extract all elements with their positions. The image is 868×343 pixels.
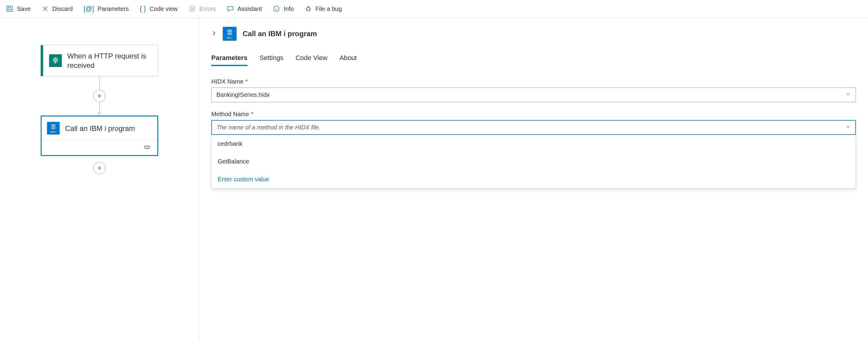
assistant-button[interactable]: Assistant — [227, 5, 262, 12]
action-node[interactable]: IBM i Call an IBM i program — [41, 116, 158, 156]
hidxname-value: BankingISeries.hidx — [216, 91, 270, 98]
methodname-dropdown: cedrbank GetBalance Enter custom value — [211, 135, 856, 189]
codeview-button[interactable]: { } Code view — [140, 5, 178, 13]
required-mark: * — [251, 111, 253, 118]
assistant-label: Assistant — [238, 5, 262, 12]
ibmi-icon: IBM i — [47, 122, 60, 135]
toolbar: Save Discard [@] Parameters { } Code vie… — [0, 0, 868, 18]
methodname-placeholder: The name of a method in the HIDX file. — [216, 124, 321, 131]
dropdown-custom-value[interactable]: Enter custom value — [212, 170, 856, 188]
methodname-select[interactable]: The name of a method in the HIDX file. — [211, 120, 856, 135]
pane-title: Call an IBM i program — [243, 30, 317, 38]
error-circle-icon — [189, 5, 196, 12]
tab-settings[interactable]: Settings — [259, 54, 284, 66]
svg-rect-0 — [7, 6, 12, 11]
ibmi-icon-sublabel: IBM i — [51, 131, 56, 133]
tab-codeview[interactable]: Code View — [296, 54, 327, 66]
connector-end — [0, 156, 199, 180]
add-step-button[interactable] — [93, 90, 106, 102]
trigger-node-title: When a HTTP request is received — [67, 51, 152, 70]
chevron-down-icon — [845, 124, 851, 131]
trigger-node[interactable]: When a HTTP request is received — [41, 45, 158, 76]
methodname-label: Method Name — [211, 111, 249, 118]
hidxname-select[interactable]: BankingISeries.hidx — [211, 87, 856, 102]
filebug-label: File a bug — [315, 5, 342, 12]
details-pane: IBM i Call an IBM i program Parameters S… — [199, 18, 868, 340]
save-label: Save — [17, 5, 31, 12]
ibmi-icon: IBM i — [223, 27, 237, 41]
parameters-button[interactable]: [@] Parameters — [84, 5, 129, 13]
parameters-label: Parameters — [98, 5, 129, 12]
connection-link-icon[interactable] — [143, 144, 151, 151]
discard-button[interactable]: Discard — [41, 5, 73, 12]
codeview-label: Code view — [150, 5, 178, 12]
dropdown-option[interactable]: cedrbank — [212, 135, 856, 153]
pane-header: IBM i Call an IBM i program — [211, 27, 856, 41]
action-node-link-row — [41, 140, 157, 155]
collapse-chevron-icon[interactable] — [211, 30, 217, 38]
tab-about[interactable]: About — [339, 54, 357, 66]
svg-rect-9 — [229, 31, 230, 32]
plus-icon — [96, 93, 102, 99]
required-mark: * — [245, 78, 248, 85]
pane-tabs: Parameters Settings Code View About — [211, 54, 856, 66]
action-node-title: Call an IBM i program — [65, 124, 135, 133]
discard-label: Discard — [53, 5, 73, 12]
at-brackets-icon: [@] — [84, 5, 94, 13]
ibmi-icon-sublabel: IBM i — [227, 36, 232, 39]
http-trigger-icon — [49, 54, 62, 67]
info-label: Info — [284, 5, 293, 12]
close-icon — [41, 5, 49, 12]
chevron-down-icon — [845, 91, 851, 98]
info-button[interactable]: Info — [273, 5, 293, 12]
hidxname-label-row: HIDX Name * — [211, 78, 856, 85]
info-icon — [273, 5, 280, 12]
save-button[interactable]: Save — [6, 5, 31, 12]
errors-label: Errors — [199, 5, 216, 12]
dropdown-option[interactable]: GetBalance — [212, 153, 856, 170]
chat-icon — [227, 5, 234, 12]
svg-rect-7 — [53, 125, 54, 126]
tab-parameters[interactable]: Parameters — [211, 54, 247, 66]
save-icon — [6, 5, 13, 12]
hidxname-label: HIDX Name — [211, 78, 244, 85]
field-methodname: Method Name * The name of a method in th… — [211, 111, 856, 189]
field-hidxname: HIDX Name * BankingISeries.hidx — [211, 78, 856, 102]
braces-icon: { } — [140, 5, 146, 13]
connector — [0, 76, 199, 116]
methodname-label-row: Method Name * — [211, 111, 856, 118]
add-step-button-end[interactable] — [93, 162, 106, 174]
filebug-button[interactable]: File a bug — [305, 5, 342, 12]
canvas-pane: When a HTTP request is received IBM i Ca… — [0, 18, 199, 340]
plus-icon — [96, 165, 102, 171]
main-area: When a HTTP request is received IBM i Ca… — [0, 18, 868, 340]
errors-button: Errors — [189, 5, 216, 12]
bug-icon — [305, 5, 312, 12]
